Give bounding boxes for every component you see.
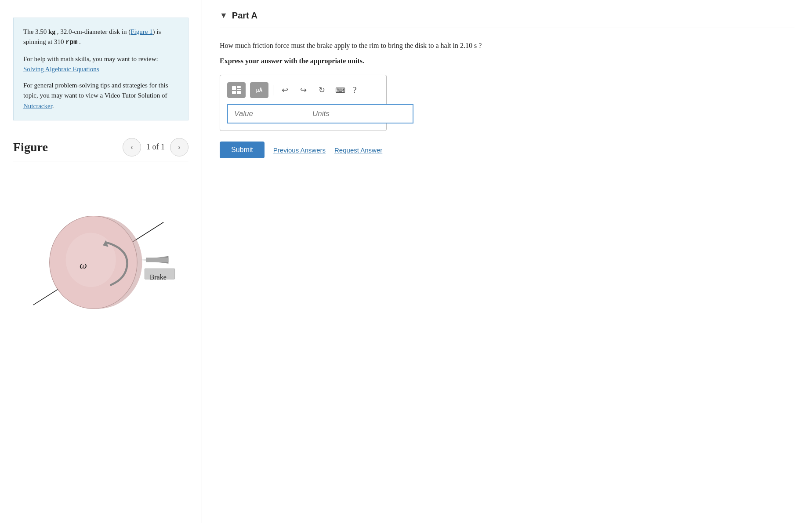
right-panel: ▼ Part A How much friction force must th… — [202, 0, 812, 523]
figure-link[interactable]: Figure 1 — [130, 28, 152, 35]
nutcracker-end: . — [52, 102, 54, 109]
submit-area: Submit Previous Answers Request Answer — [220, 142, 794, 158]
svg-rect-8 — [232, 86, 236, 90]
submit-button[interactable]: Submit — [220, 142, 265, 158]
svg-rect-10 — [237, 89, 241, 90]
template-icon — [232, 86, 241, 94]
help-text: For help with math skills, you may want … — [23, 55, 158, 62]
figure-header: Figure ‹ 1 of 1 › — [13, 138, 188, 161]
figure-next-button[interactable]: › — [170, 138, 188, 156]
help-button[interactable]: ? — [352, 84, 357, 96]
figure-count: 1 of 1 — [146, 142, 165, 152]
keyboard-button[interactable]: ⌨ — [333, 83, 347, 97]
info-text-1: The 3.50 kg , 32.0-cm-diameter disk in ( — [23, 28, 130, 35]
template-button[interactable] — [227, 82, 246, 98]
part-header: ▼ Part A — [220, 0, 794, 28]
tips-text: For general problem-solving tips and str… — [23, 82, 168, 99]
units-icon: μÅ — [256, 87, 263, 93]
redo-button[interactable]: ↪ — [296, 83, 310, 97]
figure-title: Figure — [13, 140, 48, 154]
nutcracker-link[interactable]: Nutcracker — [23, 102, 52, 109]
question-instruction: Express your answer with the appropriate… — [220, 57, 794, 65]
svg-rect-11 — [232, 91, 236, 94]
refresh-button[interactable]: ↻ — [315, 83, 329, 97]
answer-box: μÅ ↩ ↪ ↻ ⌨ — [220, 75, 387, 131]
value-input[interactable] — [227, 104, 306, 123]
previous-answers-button[interactable]: Previous Answers — [273, 146, 326, 154]
algebra-link[interactable]: Solving Algebraic Equations — [23, 65, 99, 73]
rpm-text: rpm — [65, 39, 77, 46]
figure-canvas: ω Brake — [13, 161, 188, 363]
svg-rect-12 — [237, 91, 241, 94]
units-button[interactable]: μÅ — [250, 82, 268, 98]
undo-icon: ↩ — [282, 85, 288, 95]
figure-section: Figure ‹ 1 of 1 › — [13, 138, 188, 363]
brake-label-text: Brake — [150, 273, 167, 281]
input-row — [227, 104, 379, 123]
toolbar: μÅ ↩ ↪ ↻ ⌨ — [227, 82, 379, 98]
omega-symbol: ω — [80, 259, 87, 271]
keyboard-icon: ⌨ — [335, 86, 345, 94]
refresh-icon: ↻ — [319, 85, 325, 95]
request-answer-button[interactable]: Request Answer — [334, 146, 382, 154]
question-area: How much friction force must the brake a… — [220, 28, 794, 167]
svg-rect-9 — [237, 86, 241, 88]
toolbar-separator — [273, 85, 273, 95]
units-input[interactable] — [306, 104, 413, 123]
undo-button[interactable]: ↩ — [278, 83, 292, 97]
collapse-arrow[interactable]: ▼ — [220, 11, 228, 20]
disk-figure-svg: ω Brake — [13, 170, 188, 355]
part-title: Part A — [232, 11, 257, 21]
figure-nav: ‹ 1 of 1 › — [123, 138, 188, 156]
figure-prev-button[interactable]: ‹ — [123, 138, 141, 156]
svg-point-4 — [66, 232, 116, 287]
svg-rect-7 — [146, 258, 168, 262]
question-text: How much friction force must the brake a… — [220, 40, 794, 51]
redo-icon: ↪ — [300, 85, 307, 95]
info-box: The 3.50 kg , 32.0-cm-diameter disk in (… — [13, 18, 188, 120]
